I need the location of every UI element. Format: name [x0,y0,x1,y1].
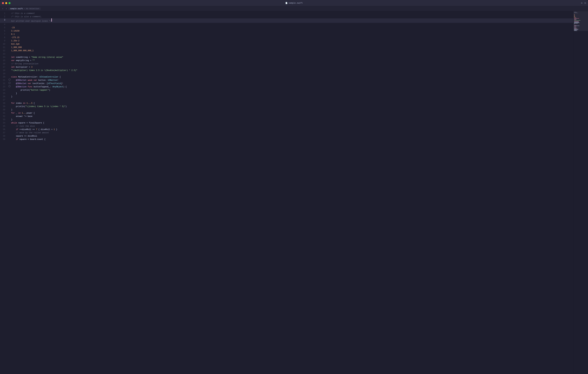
minimap-line [574,28,577,28]
line-number: 35 [0,125,8,128]
gutter-icon [8,85,11,87]
line-content: if square < board.count { [11,138,573,141]
code-line-19: 19 [0,72,573,75]
line-number: 32 [0,115,8,118]
minimap-line [574,13,578,13]
text-cursor [51,18,52,22]
minimap-line [574,22,579,22]
line-content: } [11,92,573,95]
tabbar: ‹ › sample.swift › No Selection [0,6,588,11]
breakpoint-circle-icon [9,82,10,84]
minimize-button[interactable] [5,2,7,4]
code-line-7: 70.1 [0,33,573,36]
nav-forward-button[interactable]: › [5,7,8,11]
line-number: 29 [0,105,8,108]
file-tab[interactable]: sample.swift › No Selection [8,7,41,10]
line-number: 23 [0,85,8,88]
titlebar-center: 📄 sample.swift [285,2,303,4]
minimap-line [574,20,576,20]
line-number: 9 [0,39,8,43]
grid-view-button[interactable]: ⊞ [581,2,582,4]
code-line-5: 5-23 [0,26,573,29]
code-line-35: 35 // roll the dice [0,125,573,128]
line-content: square += diceRoll [11,134,573,138]
code-line-26: 26} [0,95,573,98]
code-line-9: 91.25e-2 [0,39,573,43]
code-line-10: 100xC.3p0 [0,43,573,46]
minimap-line [574,17,576,18]
code-line-22: 22 @IBOutlet var textFields: [UITextFiel… [0,82,573,85]
code-line-36: 36 if ++diceRoll == 7 { diceRoll = 1 } [0,128,573,131]
minimap-line [574,24,574,24]
minimap-line [574,18,579,19]
line-content: 1_000_000.000_000_1 [11,49,573,52]
line-content: @IBAction func buttonTapped(_: AnyObject… [11,85,573,88]
line-content: @IBOutlet var textFields: [UITextField]! [11,82,573,85]
gutter-icon [8,82,11,84]
window-title: sample.swift [289,2,303,4]
code-line-11: 111_000_000 [0,46,573,49]
minimap-line [574,21,579,21]
line-number: 13 [0,52,8,56]
minimap-line [574,15,575,16]
line-content: answer *= base [11,115,573,118]
code-line-12: 121_000_000.000_000_1 [0,49,573,52]
minimap-viewport [573,11,588,31]
code-line-24: 24 println("button tapped!") [0,88,573,92]
line-content: var emptyString = "" [11,59,573,62]
code-line-33: 33} [0,118,573,121]
minimap-line [574,16,575,17]
code-line-4: 4 [0,23,573,26]
line-content: but written over multiple lines */ [11,18,573,23]
line-content: } [11,108,573,111]
gutter-icon [8,79,11,81]
minimap-line [574,20,580,21]
split-view-button[interactable]: ⧉ [584,2,586,4]
minimap-line [574,23,579,23]
line-number: 21 [0,79,8,82]
maximize-button[interactable] [9,2,10,4]
line-number: 37 [0,131,8,134]
line-content: class MyViewController: UIViewController… [11,75,573,79]
tab-separator: › [24,8,25,10]
nav-back-button[interactable]: ‹ [1,7,4,11]
code-line-38: 38 square += diceRoll [0,134,573,138]
minimap-line [574,17,575,17]
code-line-14: 14let someString = "Some string literal … [0,56,573,59]
line-content: 1.25e-2 [11,39,573,43]
code-line-28: 28for index in 1...5 { [0,102,573,105]
minimap-line [574,23,578,23]
code-line-15: 15var emptyString = "" [0,59,573,62]
minimap-line [574,27,576,27]
line-content: let multiplier = 3 [11,65,573,69]
line-number: 25 [0,92,8,95]
code-line-16: 16// String interpolation [0,62,573,65]
line-number: 6 [0,29,8,33]
line-content: // move by the rolled amount [11,131,573,134]
line-content: -23 [11,26,573,29]
code-line-29: 29 println("\(index) times 5 is \(index … [0,105,573,108]
line-number: 30 [0,108,8,111]
line-number: 28 [0,102,8,105]
line-content: } [11,95,573,98]
minimap-line [574,31,577,31]
code-line-25: 25 } [0,92,573,95]
line-number: 14 [0,56,8,59]
minimap-line [574,14,575,15]
line-content: 0xC.3p0 [11,43,573,46]
line-content: "\(multiplier) times 2.5 is \(Double(mul… [11,69,573,72]
close-button[interactable] [2,2,4,4]
minimap-line [574,27,576,27]
minimap-line [574,29,576,29]
minimap-line [574,19,576,19]
code-line-6: 63.14159 [0,29,573,33]
code-editor[interactable]: 1// this is a comment2/* this is also a … [0,11,573,374]
line-number: 26 [0,95,8,98]
code-line-3: 3but written over multiple lines */ [0,18,573,23]
line-number: 24 [0,88,8,92]
line-number: 1 [0,12,8,15]
window: 📄 sample.swift ⊞ ⧉ ‹ › sample.swift › No… [0,0,588,374]
minimap-line [574,25,576,25]
minimap-line [574,30,578,30]
minimap-line [574,26,579,26]
